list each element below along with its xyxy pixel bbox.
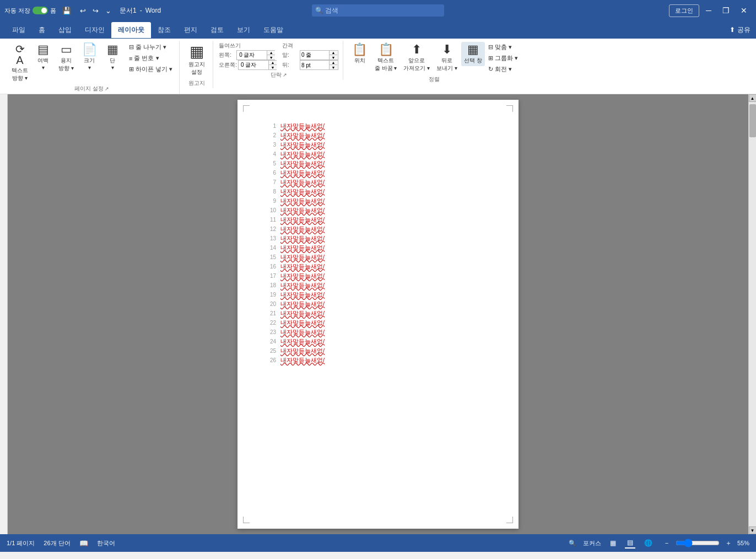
text-wrap-button[interactable]: 📋 텍스트줄 바꿈 ▾ bbox=[372, 42, 400, 74]
line-number: 10 bbox=[265, 207, 276, 213]
line-text[interactable]: 내자맞듣늘새없/ bbox=[280, 356, 325, 364]
manuscript-button[interactable]: ▦ 원고지설정 bbox=[185, 42, 208, 78]
line-text[interactable]: 내자맞듣늘새없/ bbox=[280, 197, 325, 205]
indent-right-up[interactable]: ▲ bbox=[269, 61, 277, 65]
line-text[interactable]: 내자맞듣늘새없/ bbox=[280, 206, 325, 214]
scrollbar-right[interactable]: ▲ ▼ bbox=[748, 94, 756, 534]
line-text[interactable]: 내자맞듣늘새없/ bbox=[280, 262, 325, 271]
line-item: 22 내자맞듣늘새없/ bbox=[265, 319, 491, 327]
orientation-button[interactable]: ▭ 용지방향 ▾ bbox=[55, 42, 77, 74]
autosave-toggle[interactable]: 자동 저장 폼 bbox=[4, 7, 56, 15]
spacing-after-up[interactable]: ▲ bbox=[330, 61, 337, 65]
line-text[interactable]: 내자맞듣늘새없/ bbox=[280, 319, 325, 327]
spacing-before-up[interactable]: ▲ bbox=[330, 51, 337, 55]
indent-left-up[interactable]: ▲ bbox=[267, 51, 275, 55]
line-text[interactable]: 내자맞듣늘새없/ bbox=[280, 141, 325, 149]
indent-right-field[interactable] bbox=[240, 62, 268, 68]
page-setup-expand-icon[interactable]: ↗ bbox=[105, 86, 109, 92]
scroll-track[interactable] bbox=[749, 102, 757, 526]
hyphenation-button[interactable]: ⊞ 하이픈 넣기 ▾ bbox=[127, 64, 175, 74]
line-text[interactable]: 내자맞듣늘새없/ bbox=[280, 122, 325, 130]
orientation-label: 용지방향 ▾ bbox=[58, 57, 74, 72]
line-item: 14 내자맞듣늘새없/ bbox=[265, 244, 491, 252]
size-button[interactable]: 📄 크기▾ bbox=[78, 42, 100, 72]
line-numbers-button[interactable]: ≡ 줄 번호 ▾ bbox=[127, 53, 175, 63]
line-text[interactable]: 내자맞듣늘새없/ bbox=[280, 234, 325, 243]
tab-file[interactable]: 파일 bbox=[6, 22, 32, 38]
spacing-after-down[interactable]: ▼ bbox=[330, 65, 337, 69]
rotate-button[interactable]: ↻ 회전 ▾ bbox=[486, 64, 520, 74]
line-text[interactable]: 내자맞듣늘새없/ bbox=[280, 347, 325, 355]
align-label: 맞춤 ▾ bbox=[495, 43, 512, 51]
spacing-before-down[interactable]: ▼ bbox=[330, 55, 337, 60]
line-text[interactable]: 내자맞듣늘새없/ bbox=[280, 272, 325, 280]
read-mode-btn[interactable]: ▤ bbox=[625, 538, 635, 549]
restore-button[interactable]: ❐ bbox=[718, 5, 734, 16]
line-text[interactable]: 내자맞듣늘새없/ bbox=[280, 131, 325, 139]
line-text[interactable]: 내자맞듣늘새없/ bbox=[280, 328, 325, 336]
scroll-thumb[interactable] bbox=[749, 104, 756, 137]
line-text[interactable]: 내자맞듣늘새없/ bbox=[280, 253, 325, 261]
close-button[interactable]: ✕ bbox=[736, 5, 752, 16]
document-area[interactable]: 1 내자맞듣늘새없/ 2 내자맞듣늘새없/ 3 내자맞듣늘새없/ 4 내자맞듣늘… bbox=[8, 94, 748, 534]
line-text[interactable]: 내자맞듣늘새없/ bbox=[280, 281, 325, 289]
margins-button[interactable]: ▤ 여백▾ bbox=[32, 42, 54, 72]
bring-forward-button[interactable]: ⬆ 앞으로가져오기 ▾ bbox=[401, 42, 433, 74]
line-text[interactable]: 내자맞듣늘새없/ bbox=[280, 169, 325, 177]
page-info: 1/1 페이지 bbox=[7, 539, 35, 547]
line-text[interactable]: 내자맞듣늘새없/ bbox=[280, 150, 325, 158]
position-button[interactable]: 📋 위치 bbox=[349, 42, 371, 66]
selection-pane-button[interactable]: ▦ 선택 창 bbox=[461, 42, 485, 66]
line-text[interactable]: 내자맞듣늘새없/ bbox=[280, 178, 325, 186]
tab-layout[interactable]: 레이아웃 bbox=[111, 22, 151, 38]
redo-button[interactable]: ↪ bbox=[90, 6, 101, 16]
line-text[interactable]: 내자맞듣늘새없/ bbox=[280, 244, 325, 252]
tab-help[interactable]: 도움말 bbox=[257, 22, 290, 38]
line-number: 1 bbox=[265, 123, 276, 129]
spacing-after-field[interactable] bbox=[300, 62, 329, 68]
paragraph-expand-icon[interactable]: ↗ bbox=[283, 72, 287, 78]
line-text[interactable]: 내자맞듣늘새없/ bbox=[280, 309, 325, 318]
login-button[interactable]: 로그인 bbox=[669, 4, 699, 17]
more-button[interactable]: ⌄ bbox=[102, 6, 114, 16]
align-button[interactable]: ⊟ 맞춤 ▾ bbox=[486, 42, 520, 52]
print-layout-btn[interactable]: ▦ bbox=[608, 538, 618, 548]
autosave-switch[interactable] bbox=[33, 7, 48, 14]
tab-design[interactable]: 디자인 bbox=[78, 22, 111, 38]
line-text[interactable]: 내자맞듣늘새없/ bbox=[280, 216, 325, 224]
share-button[interactable]: ⬆ 공유 bbox=[730, 25, 750, 35]
scroll-up-button[interactable]: ▲ bbox=[749, 94, 757, 102]
line-text[interactable]: 내자맞듣늘새없/ bbox=[280, 291, 325, 299]
line-text[interactable]: 내자맞듣늘새없/ bbox=[280, 300, 325, 308]
save-button[interactable]: 💾 bbox=[60, 6, 74, 16]
indent-left-down[interactable]: ▼ bbox=[267, 55, 275, 60]
spacing-before-field[interactable] bbox=[300, 52, 329, 58]
tab-insert[interactable]: 삽입 bbox=[52, 22, 78, 38]
indent-right-down[interactable]: ▼ bbox=[269, 65, 277, 69]
indent-left-field[interactable] bbox=[238, 52, 267, 58]
columns-button[interactable]: ▦ 단▾ bbox=[101, 42, 123, 72]
tab-home[interactable]: 홈 bbox=[32, 22, 52, 38]
page-corner-bl bbox=[243, 517, 250, 523]
scroll-down-button[interactable]: ▼ bbox=[749, 526, 757, 534]
minimize-button[interactable]: ─ bbox=[701, 5, 716, 16]
columns-label: 단▾ bbox=[110, 57, 115, 71]
line-text[interactable]: 내자맞듣늘새없/ bbox=[280, 187, 325, 196]
zoom-in-btn[interactable]: ＋ bbox=[723, 538, 734, 549]
tab-mailings[interactable]: 편지 bbox=[177, 22, 204, 38]
search-input[interactable] bbox=[312, 4, 444, 17]
send-backward-button[interactable]: ⬇ 뒤로보내기 ▾ bbox=[434, 42, 460, 74]
zoom-out-btn[interactable]: － bbox=[661, 538, 672, 549]
undo-button[interactable]: ↩ bbox=[77, 6, 89, 16]
tab-references[interactable]: 참조 bbox=[151, 22, 177, 38]
tab-view[interactable]: 보기 bbox=[230, 22, 257, 38]
breaks-button[interactable]: ⊟ 줄 나누기 ▾ bbox=[127, 42, 175, 52]
line-text[interactable]: 내자맞듣늘새없/ bbox=[280, 337, 325, 346]
zoom-range[interactable] bbox=[676, 539, 720, 547]
line-text[interactable]: 내자맞듣늘새없/ bbox=[280, 225, 325, 233]
text-direction-button[interactable]: ⟳A 텍스트방향 ▾ bbox=[9, 42, 31, 84]
group-button[interactable]: ⊞ 그룹화 ▾ bbox=[486, 53, 520, 63]
web-layout-btn[interactable]: 🌐 bbox=[642, 538, 655, 548]
tab-review[interactable]: 검토 bbox=[204, 22, 230, 38]
line-text[interactable]: 내자맞듣늘새없/ bbox=[280, 159, 325, 168]
